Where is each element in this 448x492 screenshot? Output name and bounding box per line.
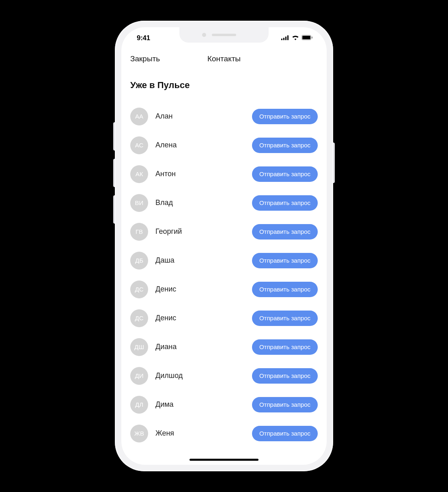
contact-name: Алена [155, 141, 252, 149]
contact-row[interactable]: ДЛДимаОтправить запрос [130, 390, 318, 419]
cellular-icon [281, 34, 289, 42]
avatar: ДЛ [130, 396, 148, 414]
notch [179, 27, 269, 43]
contact-name: Влад [155, 199, 252, 207]
svg-rect-3 [287, 35, 289, 40]
svg-rect-0 [281, 39, 282, 40]
contact-row[interactable]: ДСДенисОтправить запрос [130, 304, 318, 332]
contact-name: Денис [155, 285, 252, 293]
svg-rect-2 [285, 37, 286, 40]
send-request-button[interactable]: Отправить запрос [252, 138, 318, 153]
avatar: АА [130, 108, 148, 125]
contact-row[interactable]: ГВГеоргийОтправить запрос [130, 217, 318, 246]
avatar: ДС [130, 281, 148, 298]
svg-rect-1 [283, 38, 284, 40]
send-request-button[interactable]: Отправить запрос [252, 224, 318, 240]
contact-name: Диана [155, 343, 252, 351]
nav-bar: Закрыть Контакты [121, 49, 327, 69]
contact-row[interactable]: АААланОтправить запрос [130, 102, 318, 131]
contact-row[interactable]: АКАнтонОтправить запрос [130, 160, 318, 188]
contact-row[interactable]: ЖВЖеняОтправить запрос [130, 419, 318, 448]
content: Уже в Пульсе АААланОтправить запросАСАле… [121, 69, 327, 448]
avatar: ДБ [130, 252, 148, 270]
avatar: АК [130, 165, 148, 183]
send-request-button[interactable]: Отправить запрос [252, 166, 318, 182]
home-indicator[interactable] [190, 459, 258, 461]
contact-row[interactable]: ДСДенисОтправить запрос [130, 275, 318, 304]
contact-name: Георгий [155, 227, 252, 236]
close-button[interactable]: Закрыть [130, 54, 160, 63]
section-title: Уже в Пульсе [130, 80, 318, 91]
contact-name: Дилшод [155, 371, 252, 380]
contact-name: Денис [155, 314, 252, 322]
contact-list: АААланОтправить запросАСАленаОтправить з… [130, 102, 318, 448]
avatar: ДС [130, 309, 148, 327]
contact-row[interactable]: ДБДашаОтправить запрос [130, 246, 318, 275]
wifi-icon [292, 34, 299, 42]
send-request-button[interactable]: Отправить запрос [252, 426, 318, 441]
avatar: ДШ [130, 338, 148, 356]
avatar: ГВ [130, 223, 148, 241]
contact-name: Женя [155, 429, 252, 438]
page-title: Контакты [207, 54, 241, 63]
svg-rect-6 [312, 37, 312, 39]
status-time: 9:41 [137, 34, 150, 42]
send-request-button[interactable]: Отправить запрос [252, 397, 318, 412]
contact-row[interactable]: ДИДилшодОтправить запрос [130, 361, 318, 390]
avatar: ЖВ [130, 425, 148, 442]
send-request-button[interactable]: Отправить запрос [252, 253, 318, 268]
contact-name: Антон [155, 170, 252, 178]
status-icons [281, 34, 313, 42]
avatar: АС [130, 136, 148, 154]
avatar: ДИ [130, 367, 148, 385]
send-request-button[interactable]: Отправить запрос [252, 311, 318, 326]
send-request-button[interactable]: Отправить запрос [252, 195, 318, 211]
screen: 9:41 Закрыть Контакты Уже в Пульсе АААла… [121, 27, 327, 465]
send-request-button[interactable]: Отправить запрос [252, 368, 318, 384]
contact-row[interactable]: АСАленаОтправить запрос [130, 131, 318, 160]
send-request-button[interactable]: Отправить запрос [252, 339, 318, 355]
phone-frame: 9:41 Закрыть Контакты Уже в Пульсе АААла… [115, 21, 333, 471]
contact-name: Даша [155, 256, 252, 265]
svg-rect-5 [302, 36, 310, 39]
contact-name: Дима [155, 400, 252, 409]
contact-row[interactable]: ДШДианаОтправить запрос [130, 332, 318, 361]
battery-icon [302, 34, 313, 42]
send-request-button[interactable]: Отправить запрос [252, 109, 318, 124]
contact-name: Алан [155, 112, 252, 121]
contact-row[interactable]: ВИВладОтправить запрос [130, 188, 318, 217]
send-request-button[interactable]: Отправить запрос [252, 282, 318, 297]
avatar: ВИ [130, 194, 148, 212]
